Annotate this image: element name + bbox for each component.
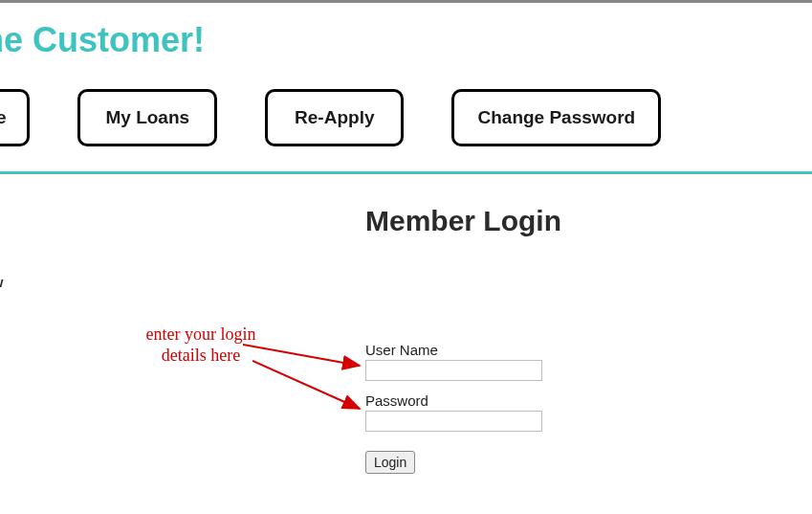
annotation-line1: enter your login xyxy=(146,324,256,344)
svg-line-3 xyxy=(252,361,360,409)
divider xyxy=(0,171,812,174)
page-title: come Customer! xyxy=(0,20,812,60)
re-apply-button[interactable]: Re-Apply xyxy=(265,89,404,146)
my-loans-button[interactable]: My Loans xyxy=(77,89,217,146)
profile-button[interactable]: rofile xyxy=(0,89,30,146)
member-login-title: Member Login xyxy=(115,205,812,237)
username-label: User Name xyxy=(365,342,542,358)
password-label: Password xyxy=(365,392,542,409)
nav-row: rofile My Loans Re-Apply Change Password xyxy=(0,89,812,146)
annotation-text: enter your login details here xyxy=(124,324,277,366)
annotation-arrow-2 xyxy=(252,359,367,416)
instruction-text-partial: elow xyxy=(0,274,812,290)
change-password-button[interactable]: Change Password xyxy=(451,89,661,146)
login-form: User Name Password Login xyxy=(365,342,542,474)
annotation-line2: details here xyxy=(162,346,240,365)
username-input[interactable] xyxy=(365,360,542,381)
login-button[interactable]: Login xyxy=(365,451,415,474)
password-input[interactable] xyxy=(365,411,542,432)
